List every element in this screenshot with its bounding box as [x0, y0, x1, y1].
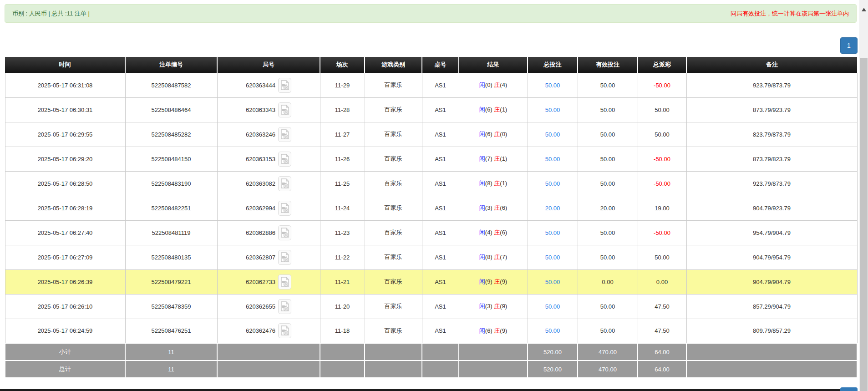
banner-summary-text: 币别 : 人民币 | 总共 :11 注单 | — [12, 10, 90, 18]
round-number: 620362886 — [246, 229, 275, 236]
cell-valid-bet: 50.00 — [578, 147, 638, 171]
cell-remark: 823.79/873.79 — [686, 122, 857, 147]
cell-time: 2025-05-17 06:28:50 — [5, 171, 125, 196]
video-replay-button[interactable] — [278, 201, 291, 216]
cell-total-bet: 50.00 — [528, 147, 578, 171]
result-player-label: 闲 — [479, 278, 485, 285]
result-banker-label: 庄 — [494, 180, 500, 187]
video-replay-button[interactable] — [278, 274, 291, 289]
result-player-points: (4) — [485, 229, 492, 236]
video-replay-button[interactable] — [278, 250, 291, 265]
result-banker-points: (6) — [500, 229, 507, 236]
total-bet-link[interactable]: 50.00 — [545, 303, 560, 310]
video-replay-button[interactable] — [278, 176, 291, 191]
cell-session: 11-23 — [320, 220, 365, 245]
cell-valid-bet: 20.00 — [578, 196, 638, 220]
total-bet-link[interactable]: 50.00 — [545, 131, 560, 138]
table-foot: 小计 11 520.00 470.00 64.00 总计 11 520.00 4… — [5, 343, 857, 378]
cell-payout: 47.50 — [638, 294, 686, 319]
cell-game-type: 百家乐 — [365, 97, 422, 122]
cell-bet-no: 522508485282 — [125, 122, 217, 147]
cell-table-no: AS1 — [422, 196, 459, 220]
scrollbar-up-arrow-icon[interactable] — [862, 8, 866, 11]
cell-result: 闲(0) 庄(4) — [459, 73, 528, 97]
result-player-points: (8) — [485, 180, 492, 187]
result-player-label: 闲 — [479, 327, 485, 334]
cell-payout: 19.00 — [638, 196, 686, 220]
result-banker-points: (0) — [500, 131, 507, 137]
cell-remark: 873.79/823.79 — [686, 147, 857, 171]
total-bet-link[interactable]: 50.00 — [545, 82, 560, 89]
cell-time: 2025-05-17 06:26:39 — [5, 269, 125, 294]
round-number: 620362807 — [246, 254, 275, 261]
pagination-page-button[interactable]: 1 — [840, 37, 858, 54]
video-file-icon — [280, 154, 289, 164]
cell-game-type: 百家乐 — [365, 269, 422, 294]
cell-table-no: AS1 — [422, 319, 459, 343]
cell-table-no: AS1 — [422, 269, 459, 294]
total-bet-link[interactable]: 50.00 — [545, 229, 560, 236]
cell-payout: 50.00 — [638, 245, 686, 269]
total-bet-link[interactable]: 50.00 — [545, 327, 560, 334]
result-player-points: (6) — [485, 131, 492, 137]
cell-valid-bet: 50.00 — [578, 319, 638, 343]
cell-remark: 923.79/873.79 — [686, 171, 857, 196]
round-number: 620362994 — [246, 205, 275, 212]
video-replay-button[interactable] — [278, 323, 291, 338]
column-header: 备注 — [686, 57, 857, 73]
cell-game-type: 百家乐 — [365, 147, 422, 171]
result-player-points: (6) — [485, 106, 492, 113]
cell-table-no: AS1 — [422, 171, 459, 196]
video-replay-button[interactable] — [278, 127, 291, 142]
total-bet-link[interactable]: 50.00 — [545, 180, 560, 187]
total-bet-link[interactable]: 50.00 — [545, 254, 560, 261]
cell-remark: 857.29/904.79 — [686, 294, 857, 319]
total-bet-link[interactable]: 20.00 — [545, 205, 560, 212]
video-replay-button[interactable] — [278, 225, 291, 240]
summary-valid-bet: 470.00 — [578, 361, 638, 378]
result-banker-label: 庄 — [494, 327, 500, 334]
cell-table-no: AS1 — [422, 245, 459, 269]
total-bet-link[interactable]: 50.00 — [545, 156, 560, 162]
cell-session: 11-26 — [320, 147, 365, 171]
summary-payout: 64.00 — [638, 343, 686, 361]
result-banker-points: (1) — [500, 106, 507, 113]
cell-valid-bet: 50.00 — [578, 171, 638, 196]
result-player-points: (6) — [485, 327, 492, 334]
video-replay-button[interactable] — [278, 299, 291, 314]
video-replay-button[interactable] — [278, 102, 291, 117]
pagination-bottom-partial-button[interactable] — [840, 387, 858, 391]
video-replay-button[interactable] — [278, 152, 291, 167]
video-file-icon — [280, 203, 289, 213]
result-banker-points: (1) — [500, 180, 507, 187]
result-banker-points: (4) — [500, 81, 507, 88]
vertical-scrollbar[interactable] — [859, 0, 868, 391]
banner-notice-text: 同局有效投注，统一计算在该局第一张注单内 — [731, 10, 849, 18]
result-banker-points: (9) — [500, 327, 507, 334]
cell-valid-bet: 50.00 — [578, 73, 638, 97]
column-header: 总派彩 — [638, 57, 686, 73]
scrollbar-thumb[interactable] — [860, 58, 868, 391]
summary-label: 总计 — [5, 361, 125, 378]
cell-payout: 47.50 — [638, 319, 686, 343]
video-replay-button[interactable] — [278, 78, 291, 93]
column-header: 注单编号 — [125, 57, 217, 73]
cell-session: 11-21 — [320, 269, 365, 294]
cell-session: 11-20 — [320, 294, 365, 319]
total-bet-link[interactable]: 50.00 — [545, 279, 560, 285]
round-number: 620362655 — [246, 303, 275, 310]
cell-session: 11-28 — [320, 97, 365, 122]
table-row: 2025-05-17 06:29:55 522508485282 6203632… — [5, 122, 857, 147]
result-player-points: (3) — [485, 303, 492, 310]
result-player-label: 闲 — [479, 131, 485, 137]
cell-result: 闲(8) 庄(7) — [459, 245, 528, 269]
total-bet-link[interactable]: 50.00 — [545, 107, 560, 113]
round-number: 620363246 — [246, 131, 275, 138]
summary-label: 小计 — [5, 343, 125, 361]
cell-round: 620362807 — [217, 245, 320, 269]
cell-result: 闲(3) 庄(6) — [459, 196, 528, 220]
summary-payout: 64.00 — [638, 361, 686, 378]
cell-round: 620362655 — [217, 294, 320, 319]
cell-session: 11-27 — [320, 122, 365, 147]
cell-total-bet: 50.00 — [528, 73, 578, 97]
